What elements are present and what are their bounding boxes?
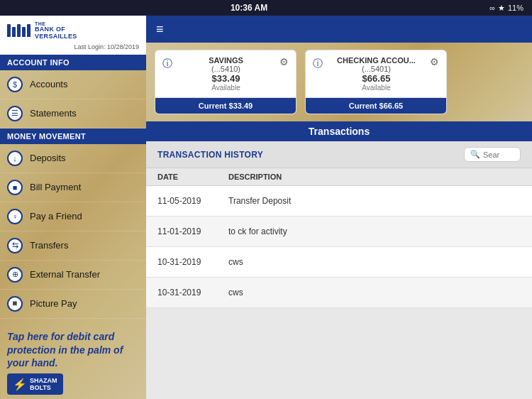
main-container: THE BANK OF VERSAILLES Last Login: 10/28… (0, 16, 532, 399)
pay-friend-label: Pay a Friend (30, 211, 82, 222)
checking-info-icon[interactable]: ⓘ (313, 58, 323, 70)
status-time: 10:36 AM (231, 3, 267, 13)
sidebar-promo: Tap here for debit card protection in th… (0, 322, 146, 399)
logo-text: THE BANK OF VERSAILLES (35, 21, 77, 40)
bill-payment-label: Bill Payment (30, 182, 81, 192)
logo-icon: THE BANK OF VERSAILLES (7, 21, 77, 40)
checking-type: CHECKING ACCOU... (323, 56, 430, 65)
sidebar-item-transfers[interactable]: ⇆ Transfers (0, 231, 146, 261)
transfers-label: Transfers (30, 240, 68, 251)
section-header-account-info: ACCOUNT INFO (0, 55, 146, 70)
table-row: 11-01-2019 to ck for activity (146, 217, 532, 247)
statements-label: Statements (30, 108, 77, 119)
tx-date: 11-05-2019 (157, 196, 228, 206)
account-card-top-savings: ⓘ SAVINGS (...5410) $33.49 Available ⚙ (155, 50, 296, 97)
sidebar-item-external-transfer[interactable]: ⊕ External Transfer (0, 261, 146, 290)
logo-columns (7, 24, 31, 37)
bill-payment-icon: ■ (7, 180, 23, 195)
accounts-section: ⓘ SAVINGS (...5410) $33.49 Available ⚙ C… (146, 43, 532, 121)
account-card-checking: ⓘ CHECKING ACCOU... (...5401) $66.65 Ava… (305, 50, 447, 114)
savings-available: Available (172, 84, 279, 92)
tx-desc: Transfer Deposit (228, 196, 291, 206)
battery-level: 11% (508, 4, 523, 12)
transaction-rows: 11-05-2019 Transfer Deposit 11-01-2019 t… (146, 186, 532, 308)
savings-balance: $33.49 (172, 73, 279, 84)
top-nav: ≡ (146, 16, 532, 43)
status-icons: ∞ ★ 11% (489, 4, 523, 13)
transaction-history-header: TRANSACTION HISTORY 🔍 (146, 141, 532, 168)
statements-icon: ☰ (7, 106, 23, 121)
checking-gear-icon[interactable]: ⚙ (430, 56, 439, 67)
sidebar-item-pay-friend[interactable]: ♀ Pay a Friend (0, 202, 146, 231)
logo-col-5 (27, 24, 31, 37)
shazam-badge[interactable]: ⚡ SHAZAM BOLTS (7, 373, 63, 395)
sidebar: THE BANK OF VERSAILLES Last Login: 10/28… (0, 16, 146, 399)
right-panel: ≡ ⓘ SAVINGS (...5410) $33.49 Available ⚙… (146, 16, 532, 399)
last-login: Last Login: 10/28/2019 (7, 42, 139, 52)
checking-current: Current $66.65 (306, 98, 446, 114)
transaction-history-title: TRANSACTION HISTORY (157, 150, 263, 160)
search-input[interactable] (483, 151, 519, 159)
sidebar-logo: THE BANK OF VERSAILLES Last Login: 10/28… (0, 16, 146, 55)
savings-gear-icon[interactable]: ⚙ (279, 56, 289, 67)
savings-details: SAVINGS (...5410) $33.49 Available (172, 56, 279, 92)
sidebar-item-accounts[interactable]: $ Accounts (0, 70, 146, 99)
shazam-text: SHAZAM BOLTS (30, 377, 57, 391)
deposits-label: Deposits (30, 153, 66, 163)
checking-available: Available (323, 84, 430, 92)
deposits-icon: ↓ (7, 151, 23, 166)
column-description: DESCRIPTION (228, 173, 282, 181)
shazam-line2: BOLTS (30, 384, 57, 391)
column-date: DATE (157, 173, 228, 181)
logo-col-1 (7, 24, 11, 37)
hamburger-menu[interactable]: ≡ (156, 22, 164, 37)
search-box[interactable]: 🔍 (464, 147, 521, 162)
savings-number: (...5410) (172, 65, 279, 73)
shazam-icon: ⚡ (13, 378, 27, 391)
status-bar: 10:36 AM ∞ ★ 11% (0, 0, 532, 16)
tx-desc: cws (228, 288, 243, 297)
checking-balance: $66.65 (323, 73, 430, 84)
savings-info-icon[interactable]: ⓘ (162, 58, 172, 70)
tx-columns: DATE DESCRIPTION (146, 168, 532, 186)
picture-pay-icon: ◾ (7, 296, 23, 312)
pay-friend-icon: ♀ (7, 209, 23, 224)
savings-type: SAVINGS (172, 56, 279, 65)
shazam-line1: SHAZAM (30, 377, 57, 384)
table-row: 10-31-2019 cws (146, 278, 532, 308)
section-header-money-movement: MONEY MOVEMENT (0, 129, 146, 144)
account-card-savings: ⓘ SAVINGS (...5410) $33.49 Available ⚙ C… (155, 50, 297, 114)
tx-date: 11-01-2019 (157, 226, 228, 236)
logo-col-4 (22, 27, 26, 37)
bluetooth-icon: ★ (498, 4, 505, 13)
checking-details: CHECKING ACCOU... (...5401) $66.65 Avail… (323, 56, 430, 92)
external-transfer-icon: ⊕ (7, 267, 23, 283)
sidebar-item-bill-payment[interactable]: ■ Bill Payment (0, 173, 146, 202)
transfers-icon: ⇆ (7, 238, 23, 253)
wifi-icon: ∞ (489, 4, 495, 12)
accounts-icon: $ (7, 77, 23, 92)
promo-text: Tap here for debit card protection in th… (7, 330, 139, 369)
account-card-top-checking: ⓘ CHECKING ACCOU... (...5401) $66.65 Ava… (306, 50, 446, 97)
picture-pay-label: Picture Pay (30, 298, 77, 309)
savings-current: Current $33.49 (155, 98, 296, 114)
tx-date: 10-31-2019 (157, 257, 228, 267)
transaction-area: TRANSACTION HISTORY 🔍 DATE DESCRIPTION 1… (146, 141, 532, 399)
sidebar-item-statements[interactable]: ☰ Statements (0, 99, 146, 129)
table-row: 10-31-2019 cws (146, 247, 532, 278)
tx-desc: cws (228, 257, 243, 267)
sidebar-content: THE BANK OF VERSAILLES Last Login: 10/28… (0, 16, 146, 399)
tx-date: 10-31-2019 (157, 288, 228, 297)
logo-col-2 (12, 27, 16, 37)
search-icon: 🔍 (470, 150, 480, 159)
logo-versailles: VERSAILLES (35, 33, 77, 40)
table-row: 11-05-2019 Transfer Deposit (146, 186, 532, 217)
transactions-header: Transactions (146, 121, 532, 141)
accounts-label: Accounts (30, 79, 67, 89)
sidebar-item-picture-pay[interactable]: ◾ Picture Pay (0, 290, 146, 319)
tx-desc: to ck for activity (228, 226, 287, 236)
logo-col-3 (17, 24, 21, 37)
sidebar-item-deposits[interactable]: ↓ Deposits (0, 144, 146, 173)
external-transfer-label: External Transfer (30, 269, 100, 280)
checking-number: (...5401) (323, 65, 430, 73)
